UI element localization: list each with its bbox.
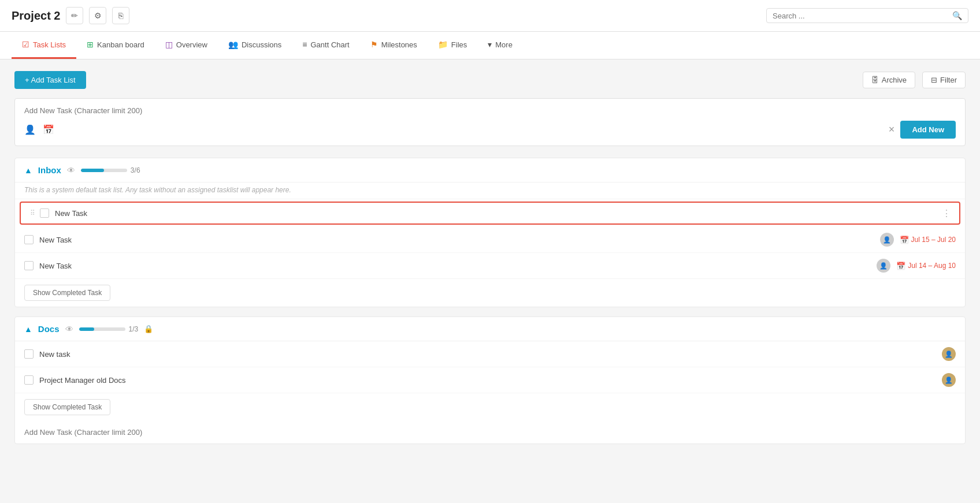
files-icon: 📁 — [438, 40, 448, 49]
docs-bottom-add-task — [15, 421, 965, 444]
inbox-task-3: New Task 👤 📅 Jul 14 – Aug 10 — [15, 253, 965, 279]
toolbar-right: 🗄 Archive ⊟ Filter — [863, 72, 966, 88]
docs-task-1: New task 👤 — [15, 341, 965, 367]
nav-tabs: ☑ Task Lists ⊞ Kanban board ◫ Overview 👥… — [0, 32, 980, 59]
docs-collapse-button[interactable]: ▲ — [24, 325, 32, 334]
archive-button[interactable]: 🗄 Archive — [863, 72, 915, 88]
docs-task-2-avatar: 👤 — [942, 373, 956, 387]
docs-task-1-checkbox[interactable] — [24, 349, 34, 359]
new-task-input[interactable] — [24, 106, 956, 115]
task-2-checkbox[interactable] — [24, 235, 34, 244]
top-header: Project 2 ✏ ⚙ ⎘ 🔍 — [0, 0, 980, 32]
kanban-icon: ⊞ — [87, 40, 94, 49]
search-input[interactable] — [773, 12, 952, 20]
tab-milestones[interactable]: ⚑ Milestones — [360, 32, 428, 59]
inbox-visibility-icon[interactable]: 👁 — [67, 166, 75, 175]
task-3-name: New Task — [39, 262, 871, 270]
task-2-name: New Task — [39, 236, 874, 244]
search-box: 🔍 — [766, 8, 968, 23]
docs-task-2-checkbox[interactable] — [24, 375, 34, 385]
calendar-icon[interactable]: 📅 — [43, 124, 54, 135]
tab-task-lists[interactable]: ☑ Task Lists — [12, 32, 76, 59]
docs-lock-icon: 🔒 — [144, 325, 153, 333]
main-content: + Add Task List 🗄 Archive ⊟ Filter 👤 📅 ×… — [0, 59, 980, 499]
docs-section: ▲ Docs 👁 1/3 🔒 New task 👤 Project Manage… — [14, 316, 966, 444]
filter-icon: ⊟ — [931, 76, 937, 84]
task-2-date: 📅 Jul 15 – Jul 20 — [900, 236, 956, 244]
inbox-section-header: ▲ Inbox 👁 3/6 — [15, 158, 965, 182]
overview-icon: ◫ — [165, 40, 173, 49]
task-3-date: 📅 Jul 14 – Aug 10 — [896, 262, 956, 270]
add-task-list-label: + Add Task List — [25, 76, 76, 84]
gantt-icon: ≡ — [302, 40, 307, 49]
docs-visibility-icon[interactable]: 👁 — [65, 325, 73, 334]
search-icon: 🔍 — [952, 11, 962, 20]
task-3-checkbox[interactable] — [24, 261, 34, 270]
toolbar-row: + Add Task List 🗄 Archive ⊟ Filter — [14, 71, 966, 89]
tab-files[interactable]: 📁 Files — [428, 32, 477, 59]
task-3-cal-icon: 📅 — [896, 262, 905, 270]
new-task-form: 👤 📅 × Add New — [14, 98, 966, 146]
inbox-progress-bar-bg — [81, 169, 127, 172]
settings-button[interactable]: ⚙ — [89, 7, 106, 24]
assignee-icon[interactable]: 👤 — [24, 124, 36, 135]
drag-handle-icon[interactable]: ⠿ — [30, 209, 34, 217]
inbox-section: ▲ Inbox 👁 3/6 This is a system default t… — [14, 158, 966, 307]
docs-task-1-avatar: 👤 — [942, 347, 956, 361]
cancel-button[interactable]: × — [889, 124, 895, 136]
archive-label: Archive — [882, 76, 907, 84]
task-lists-icon: ☑ — [22, 40, 29, 49]
tab-more[interactable]: ▾ More — [477, 32, 523, 59]
docs-progress-bar-bg — [79, 327, 125, 331]
inbox-title[interactable]: Inbox — [38, 165, 61, 175]
new-task-icons: 👤 📅 — [24, 124, 54, 135]
more-icon: ▾ — [488, 40, 492, 49]
docs-progress-bar-fill — [79, 327, 94, 331]
docs-progress-text: 1/3 — [129, 325, 139, 333]
inbox-progress-bar-fill — [81, 169, 104, 172]
filter-button[interactable]: ⊟ Filter — [922, 72, 966, 88]
tab-kanban[interactable]: ⊞ Kanban board — [76, 32, 155, 59]
tab-discussions[interactable]: 👥 Discussions — [218, 32, 292, 59]
inbox-collapse-button[interactable]: ▲ — [24, 166, 32, 175]
new-task-buttons: × Add New — [889, 121, 956, 139]
inbox-show-completed-button[interactable]: Show Completed Task — [24, 285, 110, 301]
add-task-list-button[interactable]: + Add Task List — [14, 71, 86, 89]
project-title-area: Project 2 ✏ ⚙ ⎘ — [12, 7, 129, 24]
task-2-cal-icon: 📅 — [900, 236, 909, 244]
copy-button[interactable]: ⎘ — [112, 7, 129, 24]
milestones-icon: ⚑ — [370, 40, 378, 49]
docs-title[interactable]: Docs — [38, 324, 60, 334]
inbox-description: This is a system default task list. Any … — [15, 182, 965, 199]
tab-overview[interactable]: ◫ Overview — [155, 32, 218, 59]
tab-gantt[interactable]: ≡ Gantt Chart — [292, 32, 359, 59]
inbox-progress-text: 3/6 — [131, 166, 140, 174]
inbox-task-1: ⠿ New Task ⋮ — [20, 202, 960, 225]
discussions-icon: 👥 — [228, 40, 238, 49]
inbox-progress: 3/6 — [81, 166, 140, 174]
docs-task-2: Project Manager old Docs 👤 — [15, 367, 965, 393]
task-1-checkbox[interactable] — [40, 208, 49, 218]
inbox-task-2: New Task 👤 📅 Jul 15 – Jul 20 — [15, 227, 965, 253]
project-title: Project 2 — [12, 9, 60, 23]
task-2-avatar: 👤 — [880, 233, 894, 247]
task-3-avatar: 👤 — [877, 259, 890, 273]
docs-add-task-input[interactable] — [24, 428, 956, 437]
add-new-button[interactable]: Add New — [900, 121, 956, 139]
new-task-actions: 👤 📅 × Add New — [24, 121, 956, 139]
task-1-more-button[interactable]: ⋮ — [940, 208, 953, 219]
docs-progress: 1/3 — [79, 325, 139, 333]
task-1-name: New Task — [55, 209, 950, 218]
filter-label: Filter — [940, 76, 957, 84]
docs-task-2-name: Project Manager old Docs — [39, 376, 936, 385]
edit-button[interactable]: ✏ — [66, 7, 83, 24]
archive-icon: 🗄 — [871, 76, 879, 84]
docs-task-1-name: New task — [39, 350, 936, 359]
docs-section-header: ▲ Docs 👁 1/3 🔒 — [15, 317, 965, 341]
docs-show-completed-button[interactable]: Show Completed Task — [24, 399, 110, 415]
